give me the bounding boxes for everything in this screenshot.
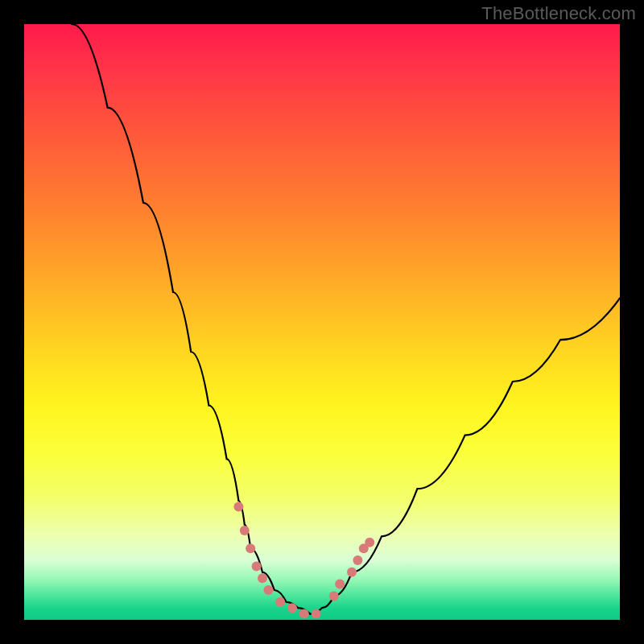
marker-point	[365, 538, 374, 547]
marker-point	[246, 543, 255, 553]
marker-point	[312, 609, 321, 619]
marker-point	[263, 585, 273, 595]
marker-point	[347, 568, 357, 577]
curve-layer	[24, 24, 620, 620]
marker-point	[299, 609, 309, 619]
marker-point	[329, 591, 339, 601]
marker-point	[258, 573, 267, 583]
marker-point	[252, 561, 262, 571]
marker-point	[240, 526, 250, 535]
marker-point	[353, 555, 362, 565]
plot-area	[24, 24, 620, 620]
marker-point	[233, 502, 243, 511]
marker-point	[275, 597, 285, 607]
marker-point	[287, 603, 297, 613]
chart-stage: TheBottleneck.com	[0, 0, 644, 644]
curve-right-branch	[310, 298, 620, 613]
watermark-text: TheBottleneck.com	[481, 3, 636, 24]
marker-point	[335, 580, 345, 589]
curve-left-branch	[72, 24, 310, 614]
